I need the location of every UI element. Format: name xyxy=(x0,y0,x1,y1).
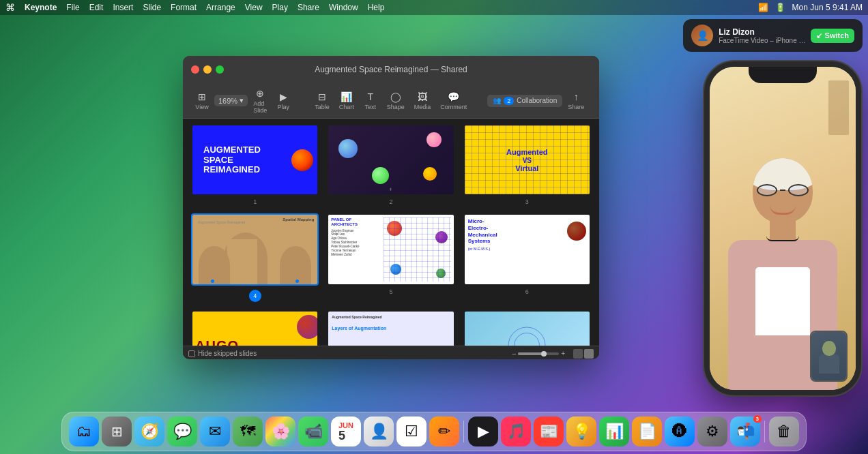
dock-icon-music[interactable]: 🎵 xyxy=(501,417,531,447)
hide-skipped-control[interactable]: Hide skipped slides xyxy=(188,350,257,357)
dock-icon-pages[interactable]: 📄 xyxy=(632,417,662,447)
menu-arrange[interactable]: Arrange xyxy=(206,3,235,12)
share-button[interactable]: ↑ Share xyxy=(564,89,588,113)
menu-insert[interactable]: Insert xyxy=(113,3,133,12)
slide-thumb-7[interactable]: AUGO xyxy=(191,310,319,346)
view-list-button[interactable] xyxy=(584,349,594,359)
slide-thumb-6[interactable]: Micro-Electro-MechanicalSystems (or M.E.… xyxy=(463,213,591,285)
person-smile xyxy=(770,205,796,215)
facetime-bg xyxy=(710,67,856,390)
dock-icon-mail-badge[interactable]: 📬 3 xyxy=(730,417,760,447)
dock-icon-reminders[interactable]: ☑ xyxy=(396,417,426,447)
slide-2-sphere3 xyxy=(372,167,389,184)
collab-label: Collaboration xyxy=(517,97,557,104)
slide-number-6: 6 xyxy=(525,288,529,295)
slide-thumb-1[interactable]: AUGMENTEDSPACEREIMAGINED xyxy=(191,124,319,196)
table-button[interactable]: ⊟ Table xyxy=(310,89,334,113)
dock-icon-launchpad[interactable]: ⊞ xyxy=(102,417,132,447)
window-title: Augmented Space Reimagined — Shared xyxy=(315,65,467,74)
menu-file[interactable]: File xyxy=(66,3,79,12)
dock: 🗂 ⊞ 🧭 💬 ✉ 🗺 🌸 📹 JUN5 👤 ☑ ✏ ▶ 🎵 📰 💡 xyxy=(61,412,807,451)
window-close-button[interactable] xyxy=(191,65,199,74)
dock-icon-appstore[interactable]: 🅐 xyxy=(665,417,695,447)
chart-button[interactable]: 📊 Chart xyxy=(335,89,358,113)
dock-icon-mail[interactable]: ✉ xyxy=(200,417,230,447)
facetime-avatar: 👤 xyxy=(691,25,713,46)
window-maximize-button[interactable] xyxy=(216,65,224,74)
shape-button[interactable]: ◯ Shape xyxy=(383,89,409,113)
menu-format[interactable]: Format xyxy=(171,3,197,12)
zoom-out-icon[interactable]: – xyxy=(512,350,517,357)
dock-icon-calendar[interactable]: JUN5 xyxy=(331,417,361,447)
dock-icon-freeform[interactable]: ✏ xyxy=(429,417,459,447)
app-menu-keynote[interactable]: Keynote xyxy=(25,3,57,12)
slide-badge-4: 4 xyxy=(249,290,261,302)
dock-icon-news[interactable]: 📰 xyxy=(534,417,564,447)
dock-icon-messages[interactable]: 💬 xyxy=(167,417,197,447)
add-slide-label: Add Slide xyxy=(253,100,267,114)
dock-icon-trash[interactable]: 🗑 xyxy=(769,417,799,447)
numbers-icon: 📊 xyxy=(605,423,624,440)
person-glasses xyxy=(757,184,809,196)
comment-icon: 💬 xyxy=(448,91,459,102)
apple-menu[interactable]: ⌘ xyxy=(5,2,15,13)
insert-group: ⊟ Table 📊 Chart T Text ◯ Shape 🖼 Media 💬 xyxy=(308,89,474,113)
window-minimize-button[interactable] xyxy=(203,65,212,74)
hide-skipped-checkbox[interactable] xyxy=(188,350,195,357)
dock-icon-settings[interactable]: ⚙ xyxy=(697,417,727,447)
menu-edit[interactable]: Edit xyxy=(89,3,104,12)
add-slide-icon: ⊕ xyxy=(256,88,264,99)
dock-icon-contacts[interactable]: 👤 xyxy=(364,417,394,447)
keynote-window: Augmented Space Reimagined — Shared ⊞ Vi… xyxy=(183,56,599,359)
dock-icon-maps[interactable]: 🗺 xyxy=(233,417,263,447)
mail2-icon: 📬 xyxy=(736,423,755,440)
slide-2-sphere1 xyxy=(338,139,358,158)
menu-view[interactable]: View xyxy=(245,3,263,12)
play-button[interactable]: ▶ Play xyxy=(272,89,294,113)
text-button[interactable]: T Text xyxy=(360,89,381,113)
dock-icon-finder[interactable]: 🗂 xyxy=(69,417,99,447)
dock-icon-tips[interactable]: 💡 xyxy=(566,417,596,447)
menu-share[interactable]: Share xyxy=(298,3,319,12)
zoom-control[interactable]: 169% ▾ xyxy=(214,95,248,106)
slide-thumb-4[interactable]: Spatial Mapping Augmented Space Reimagin… xyxy=(191,213,319,285)
dock-icon-appletv[interactable]: ▶ xyxy=(468,417,498,447)
menu-slide[interactable]: Slide xyxy=(143,3,161,12)
slide-thumb-2[interactable]: ▮ xyxy=(327,124,454,196)
menu-window[interactable]: Window xyxy=(329,3,358,12)
media-button[interactable]: 🖼 Media xyxy=(410,89,435,113)
dock-separator-2 xyxy=(764,421,765,442)
comment-button[interactable]: 💬 Comment xyxy=(436,89,471,113)
collaboration-button[interactable]: 👥 2 Collaboration xyxy=(487,95,562,107)
zoom-in-icon[interactable]: + xyxy=(561,350,565,357)
slide-number-1: 1 xyxy=(253,198,257,205)
facetime-switch-button[interactable]: ↙ Switch xyxy=(811,29,854,43)
dock-icon-photos[interactable]: 🌸 xyxy=(265,417,295,447)
menu-help[interactable]: Help xyxy=(368,3,385,12)
slide-item-5: PANEL OFARCHITECTS Jocelyn EngmanShilpi … xyxy=(327,213,454,301)
slide-4-handle-2 xyxy=(295,279,299,283)
menu-bar-left: ⌘ Keynote File Edit Insert Slide Format … xyxy=(5,2,384,13)
slide-thumb-5[interactable]: PANEL OFARCHITECTS Jocelyn EngmanShilpi … xyxy=(327,213,454,285)
comment-label: Comment xyxy=(440,104,467,110)
play-label: Play xyxy=(277,104,289,110)
zoom-slider[interactable] xyxy=(518,352,559,355)
slide-thumb-3[interactable]: Augmented VS Virtual xyxy=(463,124,591,196)
reminders-icon: ☑ xyxy=(405,423,418,440)
slide-item-2: ▮ 2 xyxy=(327,124,454,205)
menu-play[interactable]: Play xyxy=(272,3,288,12)
self-view-content xyxy=(811,332,846,380)
zoom-slider-group: – + xyxy=(512,350,565,357)
slides-bottom-bar: Hide skipped slides – + xyxy=(183,346,599,359)
slide-item-7: AUGO 7 xyxy=(191,310,319,346)
slide-thumb-9[interactable]: SPATIAL AUGMENTED VIRTUAL xyxy=(463,310,591,346)
slide-thumb-8[interactable]: Augmented Space Reimagined Layers of Aug… xyxy=(327,310,454,346)
add-slide-button[interactable]: ⊕ Add Slide xyxy=(249,85,271,117)
view-grid-button[interactable] xyxy=(573,349,583,359)
slide-item-3: Augmented VS Virtual 3 xyxy=(463,124,591,205)
view-button[interactable]: ⊞ View xyxy=(191,89,213,113)
dock-icon-numbers[interactable]: 📊 xyxy=(599,417,629,447)
play-icon: ▶ xyxy=(280,91,287,102)
dock-icon-safari[interactable]: 🧭 xyxy=(134,417,164,447)
dock-icon-facetime[interactable]: 📹 xyxy=(298,417,328,447)
